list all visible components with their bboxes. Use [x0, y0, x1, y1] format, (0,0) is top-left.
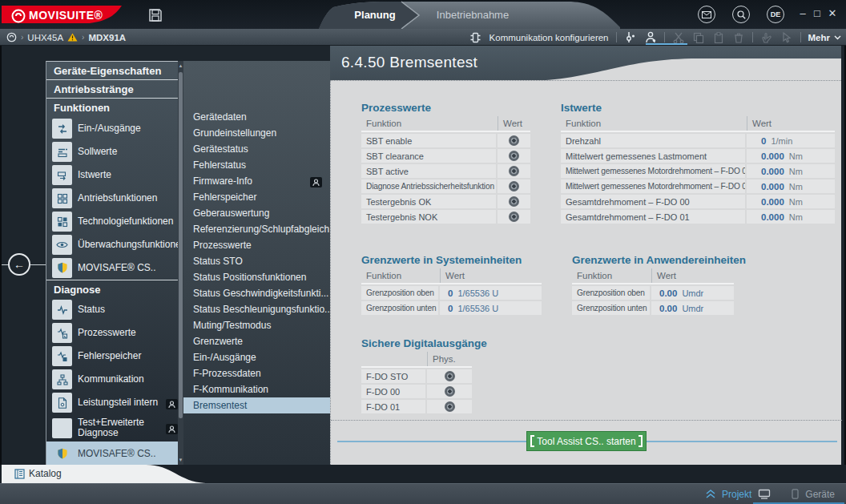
save-icon[interactable] [147, 7, 163, 23]
cut-icon[interactable] [672, 31, 685, 44]
expert-badge-icon [166, 423, 178, 437]
collapse-panel-button[interactable]: ← [8, 253, 30, 276]
katalog-tab[interactable]: Katalog [29, 468, 62, 479]
message-icon[interactable] [698, 6, 715, 23]
submenu-item[interactable]: F-Kommunikation [183, 381, 330, 397]
sew-logo-icon [11, 9, 26, 23]
submenu-item[interactable]: Status Positionsfunktionen [183, 269, 330, 285]
configure-communication-label[interactable]: Kommunikation konfigurieren [489, 33, 609, 42]
setpoints-icon [52, 142, 72, 162]
eye-icon [52, 235, 72, 255]
sidebar-header-functions[interactable]: Funktionen [46, 99, 183, 117]
column-header [361, 352, 425, 366]
scroll-down-icon[interactable]: ▼ [178, 458, 183, 462]
status-led-icon [509, 181, 519, 192]
configure-communication-icon[interactable] [469, 31, 482, 44]
sidebar-item-movisafe-diagnose[interactable]: MOVISAFE® CS.. [46, 442, 183, 466]
submenu-item[interactable]: Geberauswertung [183, 205, 330, 221]
sidebar-item-ueberwachungsfunktionen[interactable]: Überwachungsfunktionen [46, 233, 183, 256]
column-header: Wert [440, 268, 542, 283]
breadcrumb-node-mdx91a[interactable]: MDX91A [88, 33, 126, 42]
submenu-item[interactable]: Fehlerspeicher [183, 189, 330, 205]
pulse-icon [52, 300, 72, 320]
submenu-item[interactable]: Gerätedaten [183, 109, 330, 125]
sidebar-item-leistungsteil-intern[interactable]: Leistungsteil intern [46, 391, 183, 414]
language-badge[interactable]: DE [767, 6, 784, 23]
minimize-button[interactable]: – [796, 6, 810, 21]
submenu-item[interactable]: Status Beschleunigungsfunktio... [183, 301, 330, 317]
select-cursor-icon[interactable] [780, 31, 793, 44]
shield-icon [52, 444, 72, 464]
footer-tab-projekt[interactable]: Projekt [722, 489, 751, 500]
sidebar-scrollbar[interactable]: ▲ ▼ [178, 61, 183, 465]
breadcrumb-node-uhx45a[interactable]: UHX45A [27, 33, 63, 42]
sidebar-item-sollwerte[interactable]: Sollwerte [46, 140, 183, 163]
maximize-button[interactable]: □ [810, 6, 824, 21]
search-icon[interactable] [732, 6, 750, 23]
sidebar-item-istwerte[interactable]: Istwerte [46, 163, 183, 187]
sidebar-item-prozesswerte[interactable]: Prozesswerte [46, 321, 183, 345]
submenu-item-bremsentest[interactable]: Bremsentest [183, 397, 330, 413]
section-title-grenzwerte-system: Grenzwerte in Systemeinheiten [361, 254, 522, 266]
submenu-item[interactable]: Status Geschwindigkeitsfunkti... [183, 285, 330, 301]
section-title-grenzwerte-anwender: Grenzwerte in Anwendereinheiten [572, 254, 746, 266]
scroll-up-icon[interactable]: ▲ [178, 63, 183, 68]
submenu-item[interactable]: Prozesswerte [183, 237, 330, 253]
table-row: Grenzposition unten0.00Umdr [572, 301, 734, 315]
sidebar-header-diagnose[interactable]: Diagnose [46, 280, 183, 298]
delete-icon[interactable] [732, 31, 745, 44]
prozesswerte-table: Funktion Wert SBT enable SBT clearance S… [361, 116, 530, 224]
copy-icon[interactable] [692, 31, 705, 44]
submenu-item[interactable]: Muting/Testmodus [183, 317, 330, 333]
chevron-double-up-icon[interactable] [706, 490, 715, 498]
sidebar-item-kommunikation[interactable]: Kommunikation [46, 368, 183, 391]
network-icon [52, 369, 72, 389]
tool-assist-start-button[interactable]: Tool Assist CS.. starten [526, 431, 647, 451]
submenu-item[interactable]: Ein-/Ausgänge [183, 349, 330, 365]
sidebar-item-antriebsfunktionen[interactable]: Antriebsfunktionen [46, 187, 183, 210]
pan-hand-icon[interactable] [760, 31, 773, 44]
more-button[interactable]: Mehr [808, 33, 841, 42]
table-row: Gesamtdrehmoment – F-DO 010.000Nm [561, 210, 835, 224]
sidebar-header-properties[interactable]: Geräte-Eigenschaften [46, 62, 183, 80]
sidebar-item-fehlerspeicher[interactable]: Fehlerspeicher [46, 345, 183, 368]
connection-settings-icon[interactable] [624, 31, 637, 44]
submenu-item[interactable]: Gerätestatus [183, 141, 330, 157]
sidebar-header-drivetrains[interactable]: Antriebsstränge [46, 80, 183, 99]
close-button[interactable]: ✕ [825, 6, 840, 21]
expert-badge-icon [310, 176, 322, 189]
section-title-prozesswerte: Prozesswerte [361, 102, 431, 114]
submenu-item[interactable]: Grenzwerte [183, 333, 330, 349]
device-icon[interactable] [792, 489, 799, 499]
user-access-icon[interactable] [644, 31, 657, 44]
paste-icon[interactable] [712, 31, 725, 44]
tab-planung[interactable]: Planung [344, 9, 405, 21]
submenu-item[interactable]: Referenzierung/Schlupfabgleich [183, 221, 330, 237]
submenu-item[interactable]: Fehlerstatus [183, 157, 330, 173]
table-row: Mittelwert gemessenes Motordrehmoment – … [561, 179, 835, 193]
monitor-icon[interactable] [758, 489, 771, 499]
sidebar-item-status[interactable]: Status [46, 298, 183, 321]
movisuite-window: MOVISUITE® Planung Inbetriebnahme DE [0, 0, 846, 504]
submenu-item[interactable]: F-Prozessdaten [183, 365, 330, 381]
sidebar-item-technologiefunktionen[interactable]: Technologiefunktionen [46, 210, 183, 233]
submenu-item[interactable]: Status STO [183, 253, 330, 269]
bracket-mark [530, 435, 534, 447]
section-title-istwerte: Istwerte [561, 102, 602, 114]
status-led-icon [509, 135, 519, 146]
submenu-item[interactable]: Grundeinstellungen [183, 125, 330, 141]
sidebar-item-movisafe[interactable]: MOVISAFE® CS.. [46, 256, 183, 280]
catalog-icon [14, 469, 25, 479]
sidebar-item-test-erweiterte-diagnose[interactable]: Test+Erweiterte Diagnose [46, 414, 183, 442]
status-led-icon [509, 151, 519, 161]
digitalausgaenge-table: Phys. Pegel F-DO STO F-DO 00 F-DO 01 [361, 352, 472, 413]
tab-inbetriebnahme[interactable]: Inbetriebnahme [425, 9, 521, 21]
scrollbar-thumb[interactable] [179, 72, 183, 418]
submenu-item-firmware-info[interactable]: Firmware-Info [183, 173, 330, 189]
project-root-icon[interactable] [6, 32, 17, 42]
column-header: Wert [498, 116, 530, 131]
toolbar-divider [800, 32, 801, 42]
warning-icon [67, 33, 78, 42]
sidebar-item-ein-ausgaenge[interactable]: Ein-/Ausgänge [46, 117, 183, 140]
footer-tab-geraete[interactable]: Geräte [805, 489, 835, 500]
